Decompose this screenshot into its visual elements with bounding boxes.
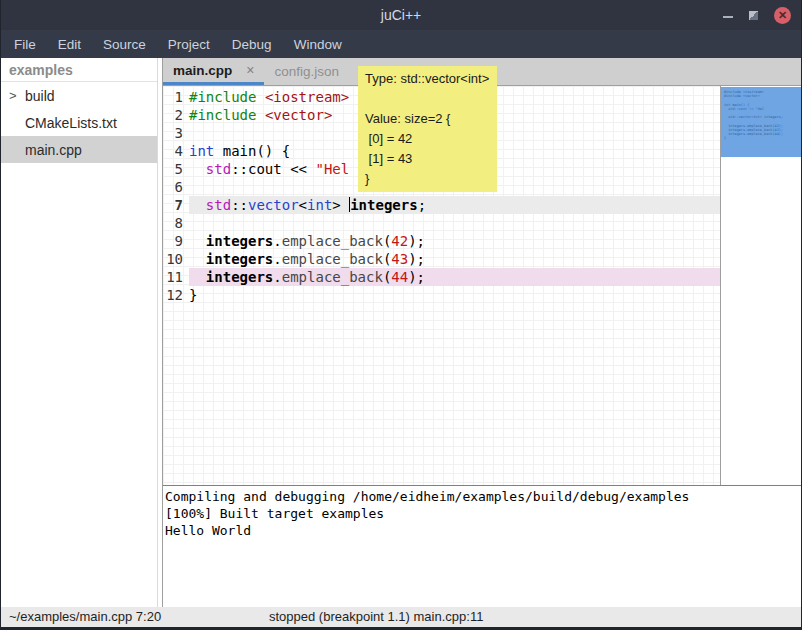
menubar: FileEditSourceProjectDebugWindow [1,30,801,58]
line-number[interactable]: 12 [163,286,189,304]
tree-item-label: CMakeLists.txt [25,115,117,131]
menu-item-debug[interactable]: Debug [221,32,283,57]
code-line-text: std::vector<int> integers; [189,196,720,214]
file-tree-panel: examples >buildCMakeLists.txtmain.cpp [1,58,158,607]
status-debug-state: stopped (breakpoint 1.1) main.cpp:11 [269,609,483,624]
output-line: Compiling and debugging /home/eidheim/ex… [165,488,801,505]
code-line[interactable]: 8 [163,214,720,232]
tree-item-cmakelists.txt[interactable]: CMakeLists.txt [1,109,157,136]
code-line-text: integers.emplace_back(42); [189,232,720,250]
output-panel: Compiling and debugging /home/eidheim/ex… [163,485,801,607]
statusbar: ~/examples/main.cpp 7:20 stopped (breakp… [1,607,801,627]
tooltip-line [365,89,489,109]
expander-icon[interactable]: > [9,88,25,103]
code-line[interactable]: 10 integers.emplace_back(43); [163,250,720,268]
debug-value-tooltip: Type: std::vector<int> Value: size=2 { [… [358,66,497,192]
minimize-icon[interactable] [723,16,733,18]
tooltip-line: Type: std::vector<int> [365,69,489,89]
menu-item-file[interactable]: File [3,32,47,57]
code-line-text [189,214,720,232]
line-number[interactable]: 3 [163,124,189,142]
line-number[interactable]: 7 [163,196,189,214]
line-number[interactable]: 5 [163,160,189,178]
tooltip-line: [1] = 43 [365,149,489,169]
minimap[interactable]: #include <iostream> #include <vector> in… [720,86,801,485]
tab-main.cpp[interactable]: main.cpp× [163,58,264,85]
tab-close-icon[interactable]: × [246,62,254,78]
menu-item-project[interactable]: Project [157,32,221,57]
code-line-text: } [189,286,720,304]
window-controls: ✕ [723,0,791,30]
file-tree: >buildCMakeLists.txtmain.cpp [1,82,157,163]
output-line: Hello World [165,522,801,539]
tooltip-line: Value: size=2 { [365,109,489,129]
code-line[interactable]: 9 integers.emplace_back(42); [163,232,720,250]
menu-item-edit[interactable]: Edit [47,32,92,57]
code-line[interactable]: 11 integers.emplace_back(44); [163,268,720,286]
tab-config.json[interactable]: config.json [264,58,349,85]
tree-item-main.cpp[interactable]: main.cpp [1,136,157,163]
line-number[interactable]: 2 [163,106,189,124]
menu-item-source[interactable]: Source [92,32,157,57]
tree-item-label: build [25,88,55,104]
code-line[interactable]: 12} [163,286,720,304]
titlebar: juCi++ ✕ [1,0,801,30]
line-number[interactable]: 4 [163,142,189,160]
restore-icon[interactable] [749,11,758,20]
minimap-code: #include <iostream> #include <vector> in… [721,87,801,140]
tab-label: config.json [274,64,339,79]
status-file-position: ~/examples/main.cpp 7:20 [9,609,161,624]
app-window: juCi++ ✕ FileEditSourceProjectDebugWindo… [0,0,802,630]
tree-item-label: main.cpp [25,142,82,158]
line-number[interactable]: 11 [163,268,189,286]
tab-label: main.cpp [173,63,232,78]
tooltip-line: } [365,169,489,189]
line-number[interactable]: 6 [163,178,189,196]
project-name-header: examples [1,58,157,82]
line-number[interactable]: 8 [163,214,189,232]
code-line[interactable]: 7 std::vector<int> integers; [163,196,720,214]
code-line-text: integers.emplace_back(43); [189,250,720,268]
line-number[interactable]: 9 [163,232,189,250]
line-number[interactable]: 1 [163,88,189,106]
close-icon[interactable]: ✕ [774,7,791,24]
tooltip-line: [0] = 42 [365,129,489,149]
minimap-viewport[interactable]: #include <iostream> #include <vector> in… [721,87,801,157]
tree-item-build[interactable]: >build [1,82,157,109]
output-line: [100%] Built target examples [165,505,801,522]
line-number[interactable]: 10 [163,250,189,268]
code-line-text: integers.emplace_back(44); [189,268,720,286]
window-title: juCi++ [1,7,801,23]
menu-item-window[interactable]: Window [283,32,353,57]
